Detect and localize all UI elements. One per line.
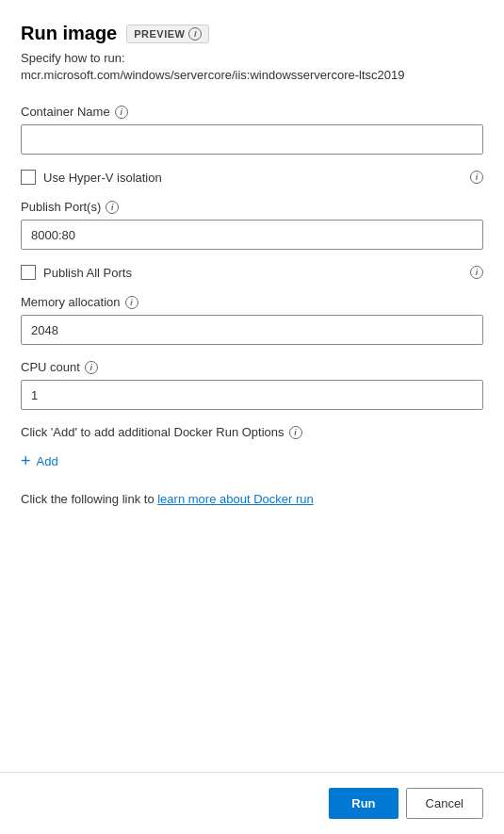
hyper-v-checkbox[interactable] <box>21 170 36 185</box>
cpu-count-label: CPU count i <box>21 360 483 374</box>
cpu-count-input[interactable] <box>21 380 483 410</box>
add-button-label: Add <box>37 454 58 468</box>
publish-ports-input[interactable] <box>21 220 483 250</box>
publish-all-ports-label[interactable]: Publish All Ports <box>43 266 132 280</box>
preview-badge: PREVIEW i <box>126 25 209 43</box>
plus-icon: + <box>21 452 31 469</box>
memory-allocation-label: Memory allocation i <box>21 295 483 309</box>
container-name-label: Container Name i <box>21 105 483 119</box>
preview-info-icon[interactable]: i <box>188 27 202 41</box>
cancel-button[interactable]: Cancel <box>406 788 483 819</box>
docker-link-section: Click the following link to learn more a… <box>21 492 483 506</box>
publish-all-ports-checkbox[interactable] <box>21 265 36 280</box>
hyper-v-row: Use Hyper-V isolation i <box>21 170 483 185</box>
add-button[interactable]: + Add <box>21 449 58 473</box>
subtitle: Specify how to run: mcr.microsoft.com/wi… <box>21 50 483 84</box>
docker-learn-more-link[interactable]: learn more about Docker run <box>157 492 313 506</box>
add-options-info-icon[interactable]: i <box>289 426 302 439</box>
page-title: Run image <box>21 23 117 44</box>
memory-allocation-group: Memory allocation i <box>21 295 483 345</box>
add-options-label: Click 'Add' to add additional Docker Run… <box>21 425 483 439</box>
publish-ports-info-icon[interactable]: i <box>106 201 119 214</box>
publish-ports-group: Publish Port(s) i <box>21 200 483 250</box>
add-options-section: Click 'Add' to add additional Docker Run… <box>21 425 483 473</box>
memory-allocation-input[interactable] <box>21 315 483 345</box>
publish-all-ports-info-icon[interactable]: i <box>470 266 483 279</box>
container-name-input[interactable] <box>21 124 483 155</box>
publish-ports-label: Publish Port(s) i <box>21 200 483 214</box>
hyper-v-label[interactable]: Use Hyper-V isolation <box>43 171 162 185</box>
container-name-group: Container Name i <box>21 105 483 155</box>
run-button[interactable]: Run <box>329 788 398 819</box>
hyper-v-info-icon[interactable]: i <box>470 171 483 184</box>
publish-all-ports-row: Publish All Ports i <box>21 265 483 280</box>
container-name-info-icon[interactable]: i <box>115 106 128 119</box>
memory-allocation-info-icon[interactable]: i <box>125 296 138 309</box>
docker-link-text: Click the following link to <box>21 492 157 506</box>
footer: Run Cancel <box>0 772 504 834</box>
cpu-count-info-icon[interactable]: i <box>85 361 98 374</box>
cpu-count-group: CPU count i <box>21 360 483 410</box>
